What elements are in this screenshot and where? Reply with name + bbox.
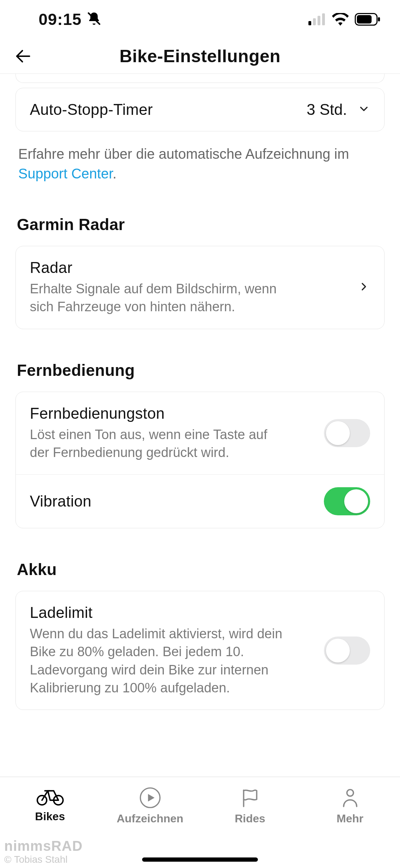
status-bar: 09:15 bbox=[0, 0, 400, 39]
help-text: Erfahre mehr über die automatische Aufze… bbox=[18, 144, 382, 183]
tab-bar: Bikes Aufzeichnen Rides Mehr bbox=[0, 777, 400, 868]
page-title: Bike-Einstellungen bbox=[119, 46, 280, 66]
content-scroll[interactable]: Auto-Stopp-Timer 3 Std. Erfahre mehr übe… bbox=[0, 74, 400, 752]
chevron-down-icon bbox=[358, 103, 370, 117]
cellular-signal-icon bbox=[308, 13, 326, 25]
status-time: 09:15 bbox=[39, 10, 82, 29]
radar-desc: Erhalte Signale auf dem Bildschirm, wenn… bbox=[30, 280, 282, 316]
auto-stop-card: Auto-Stopp-Timer 3 Std. bbox=[15, 88, 385, 131]
remote-tone-toggle[interactable] bbox=[324, 419, 370, 447]
tab-more-label: Mehr bbox=[336, 812, 363, 825]
auto-stop-row[interactable]: Auto-Stopp-Timer 3 Std. bbox=[16, 88, 384, 131]
svg-rect-2 bbox=[318, 16, 320, 25]
svg-rect-5 bbox=[357, 15, 372, 24]
radar-card: Radar Erhalte Signale auf dem Bildschirm… bbox=[15, 246, 385, 329]
section-title-radar: Garmin Radar bbox=[17, 215, 383, 234]
remote-tone-desc: Löst einen Ton aus, wenn eine Taste auf … bbox=[30, 426, 282, 462]
auto-stop-label: Auto-Stopp-Timer bbox=[30, 101, 298, 118]
tab-bikes-label: Bikes bbox=[35, 810, 65, 823]
wifi-icon bbox=[332, 13, 349, 26]
charge-limit-title: Ladelimit bbox=[30, 604, 315, 621]
svg-marker-10 bbox=[148, 794, 154, 802]
status-right bbox=[308, 13, 381, 26]
status-left: 09:15 bbox=[39, 10, 101, 29]
remote-tone-title: Fernbedienungston bbox=[30, 405, 315, 422]
tab-record-label: Aufzeichnen bbox=[116, 812, 183, 825]
bike-icon bbox=[36, 787, 64, 807]
svg-rect-0 bbox=[308, 21, 311, 25]
charge-limit-toggle[interactable] bbox=[324, 637, 370, 665]
vibration-row: Vibration bbox=[16, 474, 384, 528]
support-center-link[interactable]: Support Center bbox=[18, 166, 113, 181]
svg-point-11 bbox=[347, 790, 353, 796]
charge-limit-row: Ladelimit Wenn du das Ladelimit aktivier… bbox=[16, 591, 384, 710]
tab-record[interactable]: Aufzeichnen bbox=[100, 787, 200, 868]
charge-limit-desc: Wenn du das Ladelimit aktivierst, wird d… bbox=[30, 625, 282, 697]
remote-card: Fernbedienungston Löst einen Ton aus, we… bbox=[15, 392, 385, 529]
remote-tone-row: Fernbedienungston Löst einen Ton aus, we… bbox=[16, 392, 384, 475]
record-icon bbox=[139, 787, 161, 809]
section-title-battery: Akku bbox=[17, 560, 383, 579]
section-title-remote: Fernbedienung bbox=[17, 361, 383, 380]
tab-rides-label: Rides bbox=[235, 812, 265, 825]
app-header: Bike-Einstellungen bbox=[0, 39, 400, 74]
battery-icon bbox=[355, 13, 381, 26]
tab-rides[interactable]: Rides bbox=[200, 787, 300, 868]
radar-title: Radar bbox=[30, 259, 349, 276]
svg-rect-1 bbox=[313, 18, 316, 25]
vibration-toggle[interactable] bbox=[324, 487, 370, 515]
truncated-card-above bbox=[15, 74, 385, 83]
dnd-bell-icon bbox=[87, 11, 101, 27]
chevron-right-icon bbox=[358, 280, 370, 294]
tab-more[interactable]: Mehr bbox=[300, 787, 400, 868]
help-prefix: Erfahre mehr über die automatische Aufze… bbox=[18, 146, 349, 162]
home-indicator[interactable] bbox=[142, 857, 258, 862]
vibration-title: Vibration bbox=[30, 492, 315, 510]
flag-icon bbox=[239, 787, 261, 809]
help-suffix: . bbox=[113, 166, 116, 181]
tab-bikes[interactable]: Bikes bbox=[0, 787, 100, 868]
battery-card: Ladelimit Wenn du das Ladelimit aktivier… bbox=[15, 591, 385, 710]
auto-stop-value: 3 Std. bbox=[307, 101, 347, 118]
svg-rect-3 bbox=[322, 13, 325, 25]
person-icon bbox=[339, 787, 361, 809]
back-button[interactable] bbox=[11, 44, 36, 69]
svg-rect-6 bbox=[378, 17, 380, 21]
radar-row[interactable]: Radar Erhalte Signale auf dem Bildschirm… bbox=[16, 246, 384, 329]
